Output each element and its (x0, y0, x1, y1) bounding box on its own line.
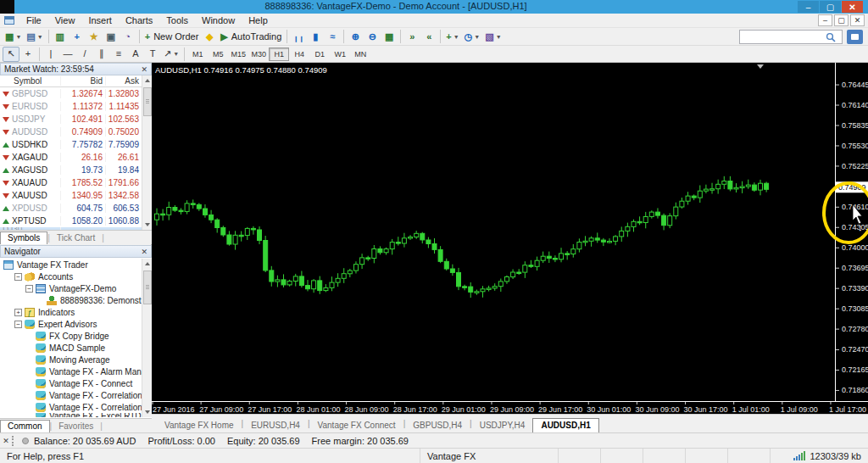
chart-window[interactable]: 0.764450.761400.758350.755300.752250.749… (152, 63, 868, 414)
tree-item-accounts[interactable]: −Accounts (0, 271, 142, 282)
timeframe-m5[interactable]: M5 (208, 47, 228, 61)
candlestick-button[interactable]: ▮ (307, 29, 324, 44)
search-icon[interactable] (825, 31, 837, 43)
tile-windows-button[interactable]: ▦ (381, 29, 398, 44)
market-watch-toggle[interactable]: ▥ (52, 29, 69, 44)
collapse-icon[interactable]: − (25, 285, 33, 293)
market-watch-row[interactable]: USDJPY102.491102.563 (0, 113, 142, 126)
minimize-button[interactable]: – (798, 1, 819, 13)
fibonacci-tool[interactable]: ≡ (110, 47, 127, 62)
menu-item-window[interactable]: Window (195, 14, 242, 26)
market-watch-row[interactable]: XAGUSD19.7319.84 (0, 164, 142, 176)
channel-tool[interactable]: ∥ (93, 47, 110, 62)
candlestick-chart[interactable]: 0.764450.761400.758350.755300.752250.749… (152, 63, 868, 414)
chart-tab-eurusd-h4[interactable]: EURUSD,H4 (243, 419, 308, 432)
close-button[interactable]: ✕ (842, 1, 863, 13)
market-watch-row[interactable]: USDHKD7.757827.75909 (0, 138, 142, 151)
mdi-minimize-button[interactable]: – (818, 14, 832, 26)
indicators-button[interactable]: +▼ (443, 29, 461, 44)
line-chart-button[interactable]: ≈ (324, 29, 341, 44)
tree-item-888898336-demonstrati[interactable]: 888898336: Demonstrati (0, 294, 142, 306)
tab-favorites[interactable]: Favorites (52, 421, 100, 432)
column-symbol[interactable]: Symbol (0, 76, 61, 86)
market-watch-row[interactable]: XPDUSD604.75606.53 (0, 202, 142, 215)
status-broker-cell[interactable]: Vantage FX (420, 449, 559, 463)
tab-symbols[interactable]: Symbols (0, 232, 47, 244)
tree-item-vantage-fx-trader[interactable]: Vantage FX Trader (0, 259, 142, 271)
timeframe-d1[interactable]: D1 (309, 47, 330, 61)
navigator-toggle[interactable]: ★ (86, 29, 103, 44)
tree-item-vantage-fx-connect[interactable]: Vantage FX - Connect (0, 377, 142, 389)
terminal-close-icon[interactable]: ✕ (0, 437, 12, 445)
crosshair-tool[interactable]: + (19, 47, 36, 62)
column-bid[interactable]: Bid (61, 76, 106, 86)
tab-common[interactable]: Common (0, 420, 50, 432)
periods-button[interactable]: ◷▼ (462, 29, 483, 44)
timeframe-m1[interactable]: M1 (187, 47, 208, 61)
tree-item-fx-copy-bridge[interactable]: FX Copy Bridge (0, 330, 142, 342)
data-window-toggle[interactable]: + (69, 29, 86, 44)
timeframe-h1[interactable]: H1 (269, 47, 289, 61)
navigator-scrollbar[interactable] (142, 259, 152, 417)
search-input[interactable] (740, 31, 825, 43)
market-watch-row[interactable]: XAUAUD1785.521791.66 (0, 176, 142, 189)
scrollbar-thumb[interactable] (143, 87, 152, 116)
restore-button[interactable]: ▢ (820, 1, 841, 13)
community-chat-button[interactable] (847, 30, 863, 44)
tree-item-moving-average[interactable]: Moving Average (0, 354, 142, 365)
bar-chart-button[interactable]: ╷╷ (290, 29, 307, 44)
cursor-tool[interactable]: ↖ (3, 47, 19, 62)
timeframe-mn[interactable]: MN (350, 47, 370, 61)
collapse-icon[interactable]: − (14, 321, 22, 328)
new-order-button[interactable]: +New Order (142, 29, 202, 44)
market-watch-row[interactable]: XAUUSD1340.951342.58 (0, 189, 142, 202)
tree-item-indicators[interactable]: +ƒIndicators (0, 306, 142, 318)
market-watch-row[interactable]: XPTUSD1058.201060.88 (0, 215, 142, 227)
menu-item-insert[interactable]: Insert (81, 14, 119, 26)
vertical-line-tool[interactable]: | (42, 47, 59, 62)
arrows-tool[interactable]: ↗▼ (161, 47, 181, 62)
tree-item-expert-advisors[interactable]: −Expert Advisors (0, 318, 142, 330)
text-tool[interactable]: A (127, 47, 144, 62)
metaquotes-button[interactable]: ◆ (201, 29, 218, 44)
collapse-icon[interactable]: − (14, 273, 22, 281)
chart-shift-button[interactable]: « (420, 29, 437, 44)
tree-item-vantage-fx-excel-rtd[interactable]: Vantage FX - Excel RTD (0, 413, 142, 417)
chart-tab-usdjpy-h4[interactable]: USDJPY,H4 (472, 419, 533, 432)
market-watch-row[interactable]: GBPUSD1.326741.32803 (0, 87, 142, 100)
tree-item-macd-sample[interactable]: MACD Sample (0, 342, 142, 354)
terminal-grip[interactable] (12, 436, 15, 446)
menu-item-view[interactable]: View (48, 14, 82, 26)
mdi-restore-button[interactable]: ▢ (834, 14, 849, 26)
new-chart-button[interactable]: ▦▼ (3, 29, 24, 44)
profiles-button[interactable]: ▤▼ (24, 29, 45, 44)
market-watch-scrollbar[interactable] (142, 75, 152, 230)
trendline-tool[interactable]: / (76, 47, 93, 62)
tree-item-vantage-fx-correlation-tra[interactable]: Vantage FX - Correlation Tra (0, 401, 142, 413)
expand-icon[interactable]: + (14, 309, 22, 316)
autotrading-button[interactable]: ▶AutoTrading (218, 29, 284, 44)
timeframe-m30[interactable]: M30 (248, 47, 269, 61)
chart-tab-vantage-fx-home[interactable]: Vantage FX Home (157, 419, 242, 432)
chart-tab-gbpusd-h4[interactable]: GBPUSD,H4 (405, 419, 470, 432)
tree-item-vantage-fx-correlation-ma[interactable]: Vantage FX - Correlation Ma (0, 389, 142, 401)
timeframe-w1[interactable]: W1 (330, 47, 350, 61)
timeframe-m15[interactable]: M15 (228, 47, 248, 61)
zoom-out-button[interactable]: ⊖ (364, 29, 381, 44)
market-watch-row[interactable]: AUDUSD0.749090.75020 (0, 126, 142, 138)
market-watch-row[interactable]: XAGAUD26.1626.61 (0, 151, 142, 164)
zoom-in-button[interactable]: ⊕ (347, 29, 364, 44)
chart-tab-vantage-fx-connect[interactable]: Vantage FX Connect (310, 419, 403, 432)
tree-item-vantage-fx-alarm-manage[interactable]: Vantage FX - Alarm Manage (0, 365, 142, 377)
menu-item-file[interactable]: File (19, 14, 48, 26)
templates-button[interactable]: ▧▼ (482, 29, 504, 44)
tab-tick-chart[interactable]: Tick Chart (50, 232, 102, 244)
timeframe-h4[interactable]: H4 (289, 47, 309, 61)
terminal-toggle[interactable]: ▣ (103, 29, 120, 44)
market-watch-row[interactable]: EURUSD1.113721.11435 (0, 100, 142, 113)
market-watch-close-icon[interactable]: ✕ (141, 65, 147, 74)
mdi-close-button[interactable]: ✕ (850, 14, 865, 26)
scrollbar-thumb[interactable] (143, 271, 152, 304)
menu-item-tools[interactable]: Tools (159, 14, 195, 26)
column-ask[interactable]: Ask (106, 76, 142, 86)
